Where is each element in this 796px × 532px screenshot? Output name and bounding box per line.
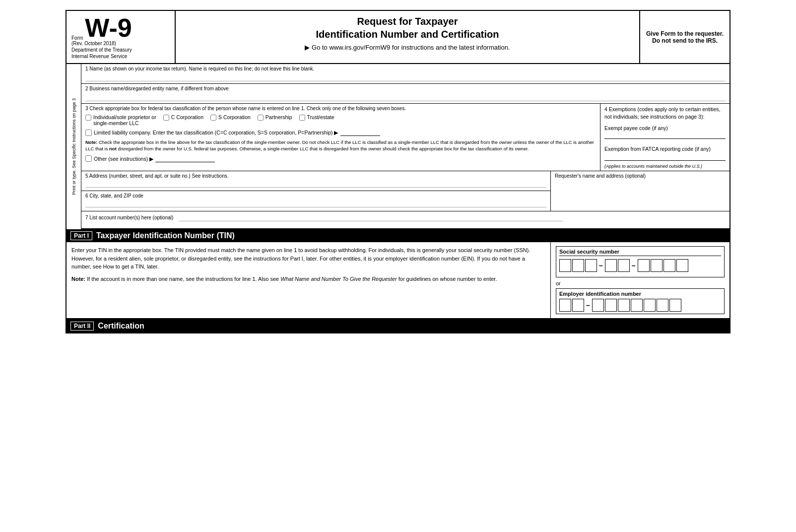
header-left: Form W-9 (Rev. October 2018) Department … [66,11,176,63]
line6-input[interactable] [85,200,546,207]
c-corp-checkbox-item: C Corporation [163,114,203,121]
part2-title: Certification [98,322,144,331]
ein-grid: – [559,299,721,312]
w9-form: Form W-9 (Rev. October 2018) Department … [66,10,730,333]
row-5-6-left: 5 Address (number, street, and apt. or s… [81,171,551,211]
part1-header: Part I Taxpayer Identification Number (T… [66,229,730,242]
ein-cell-7[interactable] [644,299,656,312]
trust-checkbox-item: Trust/estate [299,114,334,121]
ssn-cell-8[interactable] [663,259,675,272]
fatca-note: (Applies to accounts maintained outside … [604,164,726,169]
llc-checkbox[interactable] [85,130,92,136]
header-right: Give Form to the requester. Do not send … [640,11,730,63]
individual-label: Individual/sole proprietor orsingle-memb… [93,114,156,126]
line5-input[interactable] [85,180,546,188]
ssn-cell-5[interactable] [618,259,630,272]
part1-tin-section: Social security number – – [551,242,730,318]
line1-input[interactable] [85,72,726,81]
partnership-checkbox-item: Partnership [258,114,292,121]
individual-checkbox[interactable] [85,115,91,121]
ssn-part2 [605,259,630,272]
llc-input[interactable] [340,129,380,136]
ein-part1 [559,299,584,312]
c-corp-checkbox[interactable] [163,115,169,121]
line2-label: 2 Business name/disregarded entity name,… [85,86,726,91]
ssn-cell-3[interactable] [585,259,597,272]
line6-cell: 6 City, state, and ZIP code [81,191,550,211]
line7-input[interactable] [179,213,563,221]
form-body: Print or type. See Specific Instructions… [66,64,730,229]
fatca-input[interactable] [604,154,726,161]
ssn-cell-9[interactable] [676,259,688,272]
line7-row: 7 List account number(s) here (optional) [81,211,730,229]
form-fields: 1 Name (as shown on your income tax retu… [81,64,730,229]
line5-label: 5 Address (number, street, and apt. or s… [85,173,546,179]
ein-cell-1[interactable] [559,299,571,312]
ssn-cell-4[interactable] [605,259,617,272]
requesters-label: Requester's name and address (optional) [555,173,726,179]
ein-cell-6[interactable] [631,299,643,312]
ein-cell-8[interactable] [657,299,668,312]
part1-body-text: Enter your TIN in the appropriate box. T… [71,246,545,271]
form-w9-title: W-9 [85,15,132,41]
ssn-dash1: – [599,262,603,269]
other-row: Other (see instructions) ▶ [85,155,596,162]
ssn-part3 [638,259,688,272]
llc-label: Limited liability company. Enter the tax… [94,130,338,135]
exempt-payee-label: Exempt payee code (if any) [604,125,726,131]
row-3-4: 3 Check appropriate box for federal tax … [81,104,730,171]
part2-label: Part II [70,322,94,331]
ssn-label: Social security number [559,249,721,256]
header-center: Request for Taxpayer Identification Numb… [176,11,640,63]
tax-classification-checkboxes: Individual/sole proprietor orsingle-memb… [85,114,596,126]
ssn-cell-1[interactable] [559,259,571,272]
ein-cell-4[interactable] [605,299,617,312]
line6-label: 6 City, state, and ZIP code [85,193,546,199]
or-text: or [556,280,725,286]
ssn-grid: – – [559,259,721,272]
individual-checkbox-item: Individual/sole proprietor orsingle-memb… [85,114,156,126]
line7-label: 7 List account number(s) here (optional) [85,215,173,220]
part2-header: Part II Certification [66,319,730,332]
exempt-payee-input[interactable] [604,132,726,139]
ein-cell-3[interactable] [592,299,604,312]
ein-cell-5[interactable] [618,299,630,312]
other-label: Other (see instructions) ▶ [94,156,153,162]
ein-cell-9[interactable] [669,299,681,312]
ssn-dash2: – [632,262,636,269]
ssn-wrapper: Social security number – – [556,246,725,277]
line5-cell: 5 Address (number, street, and apt. or s… [81,171,550,191]
ein-label: Employer identification number [559,291,721,297]
partnership-checkbox[interactable] [258,115,264,121]
trust-checkbox[interactable] [299,115,305,121]
line3-section: 3 Check appropriate box for federal tax … [81,104,600,171]
line1-label: 1 Name (as shown on your income tax retu… [85,66,726,71]
part1-body: Enter your TIN in the appropriate box. T… [66,242,730,319]
line2-input[interactable] [85,92,726,101]
llc-row: Limited liability company. Enter the tax… [85,129,596,136]
other-input[interactable] [155,155,215,162]
llc-note: Note: Check the appropriate box in the l… [85,139,596,152]
dept-line2: Internal Revenue Service [71,54,170,59]
sidebar-text: Print or type. See Specific Instructions… [71,96,76,197]
ssn-cell-6[interactable] [638,259,650,272]
form-subtitle: ▶ Go to www.irs.gov/FormW9 for instructi… [186,44,629,51]
requesters-section: Requester's name and address (optional) [551,171,730,211]
s-corp-checkbox-item: S Corporation [210,114,251,121]
s-corp-checkbox[interactable] [210,115,216,121]
give-form-text: Give Form to the requester. Do not send … [645,30,725,44]
ein-cell-2[interactable] [572,299,584,312]
ein-wrapper: Employer identification number – [556,288,725,314]
ssn-cell-2[interactable] [572,259,584,272]
part1-label: Part I [70,231,92,240]
form-main-title: Request for Taxpayer Identification Numb… [186,15,629,41]
ssn-cell-7[interactable] [651,259,663,272]
form-word-label: Form [71,35,83,41]
ein-dash: – [586,301,590,309]
other-checkbox[interactable] [85,155,92,162]
s-corp-label: S Corporation [218,114,251,120]
part1-note: Note: If the account is in more than one… [71,275,545,283]
dept-line1: Department of the Treasury [71,47,170,53]
line4-section: 4 Exemptions (codes apply only to certai… [600,104,730,171]
trust-label: Trust/estate [307,114,334,120]
